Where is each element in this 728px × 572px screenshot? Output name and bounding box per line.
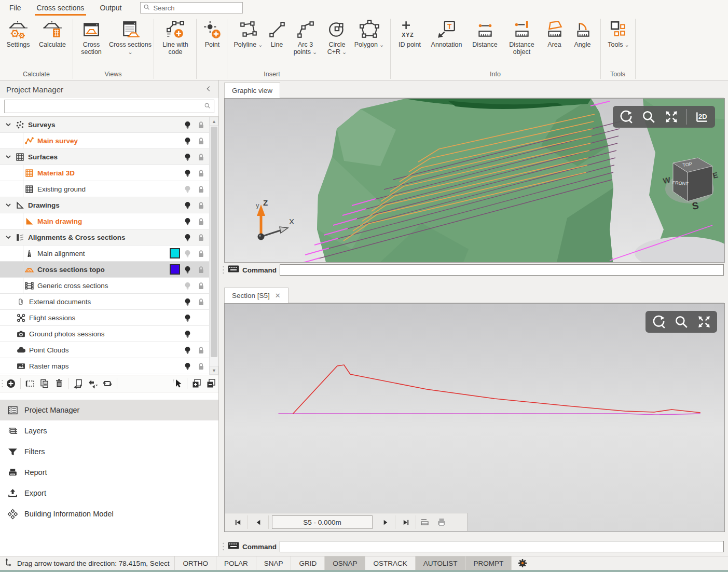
tree-item-surveys[interactable]: Surveys <box>0 117 218 133</box>
tree-item-generic-cross-sections[interactable]: Generic cross sections <box>0 278 218 294</box>
scroll-up-icon[interactable]: ▲ <box>210 117 218 126</box>
next-section-button[interactable] <box>376 515 395 529</box>
tree-search-box[interactable] <box>4 100 214 113</box>
color-swatch[interactable] <box>170 248 180 258</box>
status-toggle-polar[interactable]: POLAR <box>216 556 256 570</box>
orbit-view-button[interactable] <box>651 314 666 330</box>
visibility-bulb-icon[interactable] <box>183 169 192 178</box>
chevron-down-icon[interactable] <box>4 153 12 161</box>
tree-item-ground-photos-sessions[interactable]: Ground photos sessions <box>0 326 218 342</box>
tree-item-existing-ground[interactable]: Existing ground <box>0 181 218 197</box>
refresh-button[interactable] <box>100 377 115 390</box>
copy-button[interactable] <box>37 377 52 390</box>
scrollbar-thumb[interactable] <box>211 127 217 357</box>
menu-tab-file[interactable]: File <box>6 0 24 16</box>
lock-icon[interactable] <box>197 265 205 274</box>
status-toggle-snap[interactable]: SNAP <box>256 556 291 570</box>
ribbon-button-circle-c-r[interactable]: Circle C+R ⌄ <box>322 17 352 69</box>
tab-graphic-view[interactable]: Graphic view <box>224 83 280 98</box>
lock-icon[interactable] <box>197 281 205 290</box>
chevron-down-icon[interactable] <box>4 201 12 209</box>
status-toggle-prompt[interactable]: PROMPT <box>465 556 512 570</box>
ribbon-button-calculate[interactable]: Calculate <box>34 17 71 69</box>
ribbon-button-polygon[interactable]: Polygon ⌄ <box>352 17 387 69</box>
status-settings-button[interactable] <box>511 556 533 570</box>
scroll-down-icon[interactable]: ▼ <box>210 366 218 375</box>
ribbon-button-arc-3-points[interactable]: Arc 3 points ⌄ <box>289 17 322 69</box>
color-swatch[interactable] <box>170 264 180 275</box>
tree-search-input[interactable] <box>8 102 204 111</box>
command-input-3d[interactable] <box>280 264 724 276</box>
replace-button[interactable] <box>71 377 86 390</box>
close-tab-icon[interactable]: ✕ <box>275 292 281 299</box>
visibility-bulb-icon[interactable] <box>183 217 192 226</box>
lock-icon[interactable] <box>197 137 205 145</box>
visibility-bulb-icon[interactable] <box>183 362 192 371</box>
sidebar-item-building-information-model[interactable]: Building Information Model <box>0 503 218 524</box>
ribbon-button-polyline[interactable]: Polyline ⌄ <box>232 17 265 69</box>
search-input[interactable] <box>152 4 245 12</box>
lock-icon[interactable] <box>197 169 205 178</box>
ribbon-button-id-point[interactable]: XYZID point <box>394 17 425 69</box>
visibility-bulb-icon[interactable] <box>183 265 192 274</box>
status-toggle-ostrack[interactable]: OSTRACK <box>365 556 415 570</box>
visibility-bulb-icon[interactable] <box>183 346 192 355</box>
lock-icon[interactable] <box>197 362 205 371</box>
lock-icon[interactable] <box>197 233 205 242</box>
fit-view-button[interactable] <box>664 109 679 125</box>
lock-icon[interactable] <box>197 185 205 194</box>
ribbon-button-settings[interactable]: Settings <box>3 17 34 69</box>
ribbon-button-annotation[interactable]: TAnnotation <box>425 17 468 69</box>
ribbon-button-area[interactable]: Area <box>542 17 568 69</box>
sidebar-item-filters[interactable]: Filters <box>0 441 218 462</box>
status-toggle-ortho[interactable]: ORTHO <box>174 556 216 570</box>
visibility-bulb-icon[interactable] <box>183 314 192 322</box>
visibility-bulb-icon[interactable] <box>183 281 192 290</box>
navigation-cube[interactable]: TOP FRONT W E S <box>661 152 719 213</box>
menu-tab-cross-sections[interactable]: Cross sections <box>34 0 88 16</box>
orbit-view-button[interactable] <box>618 109 634 125</box>
status-toggle-grid[interactable]: GRID <box>291 556 324 570</box>
select-button[interactable] <box>23 377 37 390</box>
ribbon-button-distance-object[interactable]: Distance object <box>502 17 542 69</box>
lock-icon[interactable] <box>197 297 205 306</box>
add-button[interactable] <box>4 377 18 390</box>
expand-all-button[interactable] <box>189 377 204 390</box>
lock-icon[interactable] <box>197 120 205 129</box>
tree-scrollbar[interactable]: ▲ ▼ <box>209 117 218 375</box>
delete-button[interactable] <box>52 377 66 390</box>
sidebar-item-report[interactable]: Report <box>0 462 218 483</box>
ribbon-button-angle[interactable]: Angle <box>568 17 598 69</box>
chevron-down-icon[interactable] <box>4 233 12 241</box>
cursor-button[interactable] <box>170 377 185 390</box>
tree-item-external-documents[interactable]: External documents <box>0 294 218 310</box>
ribbon-button-tools[interactable]: Tools ⌄ <box>602 17 635 69</box>
visibility-bulb-icon[interactable] <box>183 233 192 242</box>
ribbon-button-point[interactable]: Point <box>198 17 227 69</box>
visibility-bulb-icon[interactable] <box>183 137 192 145</box>
tab-section-s5[interactable]: Section [S5] ✕ <box>224 288 289 303</box>
sidebar-item-layers[interactable]: Layers <box>0 420 218 441</box>
section-view[interactable]: S5 - 0.000m <box>224 303 725 532</box>
tree-item-raster-maps[interactable]: Raster maps <box>0 358 218 374</box>
lock-icon[interactable] <box>197 217 205 226</box>
visibility-bulb-icon[interactable] <box>183 249 192 258</box>
tree-item-material-3d[interactable]: Material 3D <box>0 165 218 181</box>
tree-item-main-alignment[interactable]: Main alignment <box>0 246 218 262</box>
ribbon-button-line-with-code[interactable]: Line with code <box>155 17 196 69</box>
ribbon-button-line[interactable]: Line <box>265 17 289 69</box>
zoom-view-button[interactable] <box>674 314 689 330</box>
print-section-button[interactable] <box>434 515 449 529</box>
visibility-bulb-icon[interactable] <box>183 297 192 306</box>
lock-icon[interactable] <box>197 249 205 258</box>
visibility-bulb-icon[interactable] <box>183 330 192 338</box>
tree-item-main-survey[interactable]: Main survey <box>0 133 218 149</box>
tree-item-flight-sessions[interactable]: Flight sessions <box>0 310 218 326</box>
last-section-button[interactable] <box>396 515 416 529</box>
tree-item-main-drawing[interactable]: Main drawing <box>0 213 218 229</box>
tree-item-drawings[interactable]: Drawings <box>0 197 218 213</box>
lock-icon[interactable] <box>197 153 205 161</box>
collapse-panel-icon[interactable] <box>205 85 212 94</box>
tree-item-point-clouds[interactable]: Point Clouds <box>0 342 218 358</box>
graphic-view-3d[interactable]: 2D y Z X TOP FRONT <box>224 98 725 263</box>
